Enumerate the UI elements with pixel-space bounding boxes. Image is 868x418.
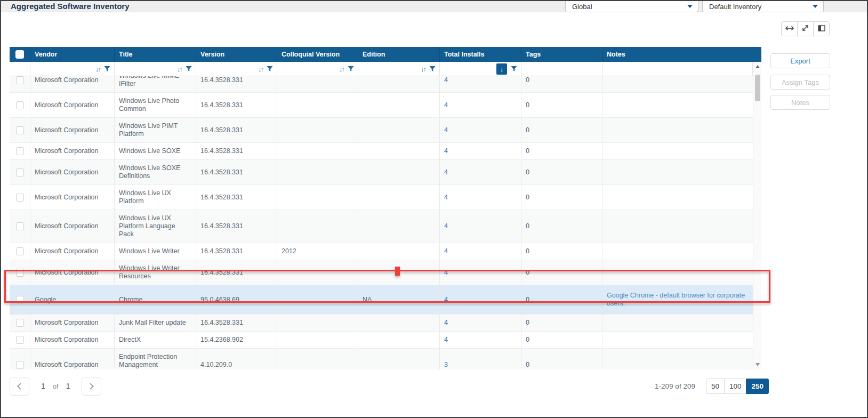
row-checkbox[interactable] bbox=[16, 336, 24, 344]
sort-icon[interactable]: ↓↑ bbox=[339, 65, 344, 73]
fit-width-button[interactable] bbox=[781, 21, 798, 36]
table-row[interactable]: Microsoft CorporationWindows Live Writer… bbox=[10, 243, 753, 260]
row-checkbox[interactable] bbox=[16, 168, 24, 176]
filter-icon[interactable] bbox=[104, 66, 110, 72]
column-header-notes[interactable]: Notes bbox=[602, 47, 761, 62]
row-checkbox[interactable] bbox=[16, 222, 24, 230]
vertical-scrollbar[interactable] bbox=[753, 62, 761, 369]
scrollbar-thumb[interactable] bbox=[755, 75, 760, 101]
row-checkbox[interactable] bbox=[16, 194, 24, 202]
total-installs-link[interactable]: 4 bbox=[444, 147, 448, 155]
page-of-label: of bbox=[53, 382, 59, 390]
row-checkbox[interactable] bbox=[16, 76, 24, 84]
sort-icon[interactable]: ↓↑ bbox=[177, 65, 182, 73]
cell-title: Junk Mail Filter update bbox=[115, 315, 196, 332]
total-installs-link[interactable]: 4 bbox=[444, 336, 448, 344]
column-header-vendor[interactable]: Vendor bbox=[30, 47, 115, 62]
table-row[interactable]: Microsoft CorporationWindows Live UX Pla… bbox=[10, 185, 753, 210]
cell-edition: NA bbox=[358, 285, 440, 315]
global-scope-dropdown[interactable]: Global bbox=[565, 1, 698, 12]
table-row[interactable]: Microsoft CorporationJunk Mail Filter up… bbox=[10, 315, 753, 332]
sort-icon[interactable]: ↓↑ bbox=[95, 65, 100, 73]
filter-icon[interactable] bbox=[511, 66, 517, 72]
cell-tags: 0 bbox=[521, 332, 602, 349]
sort-desc-active-icon[interactable]: ↓ bbox=[496, 63, 507, 75]
page-size-100[interactable]: 100 bbox=[724, 379, 747, 394]
total-installs-link[interactable]: 4 bbox=[444, 194, 448, 202]
row-checkbox[interactable] bbox=[16, 269, 24, 277]
total-installs-link[interactable]: 4 bbox=[444, 296, 448, 304]
row-checkbox-cell bbox=[10, 285, 30, 315]
filter-icon[interactable] bbox=[267, 66, 273, 72]
filter-icon[interactable] bbox=[429, 66, 436, 72]
total-installs-link[interactable]: 3 bbox=[444, 361, 448, 369]
cell-colloquial-version: 2012 bbox=[277, 243, 358, 260]
total-installs-link[interactable]: 4 bbox=[444, 319, 448, 327]
page-size-50[interactable]: 50 bbox=[706, 379, 725, 394]
cell-tags: 0 bbox=[521, 315, 602, 332]
table-row[interactable]: Microsoft CorporationWindows Live SOXE D… bbox=[10, 160, 753, 185]
row-checkbox[interactable] bbox=[16, 101, 24, 109]
scroll-up-icon[interactable] bbox=[756, 65, 760, 68]
assign-tags-button[interactable]: Assign Tags bbox=[770, 75, 830, 90]
filter-cell-notes bbox=[602, 62, 753, 76]
tags-count: 0 bbox=[526, 361, 529, 369]
row-checkbox-cell bbox=[10, 118, 30, 143]
total-installs-link[interactable]: 4 bbox=[444, 76, 448, 84]
note-link[interactable]: Google Chrome - default browser for corp… bbox=[607, 292, 749, 308]
table-row[interactable]: Microsoft CorporationEndpoint Protection… bbox=[10, 349, 753, 369]
filter-icon[interactable] bbox=[348, 66, 354, 72]
notes-button[interactable]: Notes bbox=[770, 95, 830, 110]
previous-page-button[interactable] bbox=[10, 377, 29, 396]
table-row[interactable]: Microsoft CorporationWindows Live Photo … bbox=[10, 93, 753, 118]
total-installs-link[interactable]: 4 bbox=[444, 222, 448, 230]
table-row[interactable]: Microsoft CorporationWindows Live PIMT P… bbox=[10, 118, 753, 143]
current-page[interactable]: 1 bbox=[41, 382, 45, 390]
filter-icon[interactable] bbox=[186, 66, 192, 72]
total-installs-link[interactable]: 4 bbox=[444, 168, 448, 176]
table-row[interactable]: Microsoft CorporationWindows Live UX Pla… bbox=[10, 210, 753, 243]
select-all-checkbox[interactable] bbox=[15, 50, 24, 59]
table-row[interactable]: Microsoft CorporationWindows Live MIME I… bbox=[10, 76, 753, 93]
row-checkbox-cell bbox=[10, 143, 30, 160]
filter-cell-version: ↓↑ bbox=[196, 62, 277, 76]
total-installs-link[interactable]: 4 bbox=[444, 101, 448, 109]
inventory-dropdown[interactable]: Default Inventory bbox=[702, 1, 824, 12]
column-header-version[interactable]: Version bbox=[196, 47, 277, 62]
total-installs-link[interactable]: 4 bbox=[444, 247, 448, 255]
table-row[interactable]: Microsoft CorporationDirectX15.4.2368.90… bbox=[10, 332, 753, 349]
row-checkbox[interactable] bbox=[16, 296, 24, 304]
row-checkbox[interactable] bbox=[16, 126, 24, 134]
table-row[interactable]: Microsoft CorporationWindows Live SOXE16… bbox=[10, 143, 753, 160]
tags-count: 0 bbox=[526, 76, 529, 84]
row-checkbox[interactable] bbox=[16, 361, 24, 369]
row-checkbox[interactable] bbox=[16, 147, 24, 155]
row-checkbox[interactable] bbox=[16, 247, 24, 255]
export-button[interactable]: Export bbox=[770, 53, 830, 68]
expand-table-button[interactable] bbox=[797, 21, 814, 36]
column-header-tags[interactable]: Tags bbox=[521, 47, 602, 62]
total-installs-link[interactable]: 4 bbox=[444, 269, 448, 277]
page-size-250[interactable]: 250 bbox=[746, 379, 769, 394]
column-chooser-button[interactable] bbox=[813, 21, 830, 36]
row-checkbox[interactable] bbox=[16, 319, 24, 327]
column-header-colloquial-version[interactable]: Colloquial Version bbox=[277, 47, 358, 62]
cell-title: DirectX bbox=[115, 332, 196, 349]
sort-icon[interactable]: ↓↑ bbox=[421, 65, 425, 73]
cell-edition bbox=[358, 185, 440, 210]
cell-total-installs: 4 bbox=[440, 93, 521, 118]
page-size-group: 50100250 bbox=[706, 379, 769, 394]
next-page-button[interactable] bbox=[82, 377, 101, 396]
table-row[interactable]: GoogleChrome95.0.4638.69NA40Google Chrom… bbox=[10, 285, 753, 315]
scroll-down-icon[interactable] bbox=[756, 363, 760, 366]
cell-total-installs: 4 bbox=[440, 243, 521, 260]
total-installs-link[interactable]: 4 bbox=[444, 126, 448, 134]
cell-notes bbox=[602, 185, 753, 210]
column-header-title[interactable]: Title bbox=[115, 47, 196, 62]
cell-version: 16.4.3528.331 bbox=[196, 143, 277, 160]
table-row[interactable]: Microsoft CorporationWindows Live Writer… bbox=[10, 260, 753, 285]
column-header-total-installs[interactable]: Total Installs bbox=[440, 47, 521, 62]
column-header-edition[interactable]: Edition bbox=[358, 47, 440, 62]
sort-icon[interactable]: ↓↑ bbox=[258, 65, 263, 73]
cell-edition bbox=[358, 160, 440, 185]
